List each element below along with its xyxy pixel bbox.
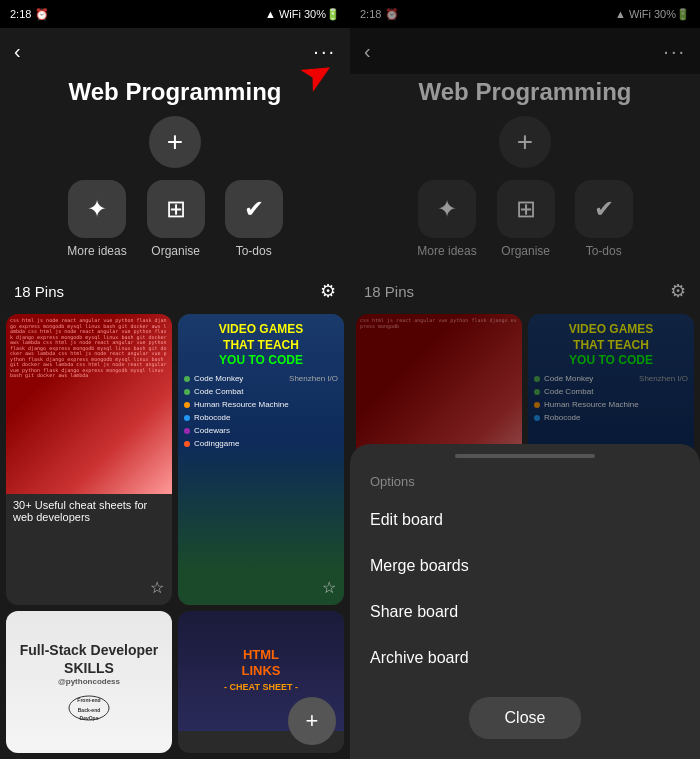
left-more-ideas-button[interactable]: ✦	[68, 180, 126, 238]
right-todos-button[interactable]: ✔	[575, 180, 633, 238]
right-organise-button[interactable]: ⊞	[497, 180, 555, 238]
left-vg-dot-1	[184, 389, 190, 395]
right-plus-button[interactable]: +	[499, 116, 551, 168]
right-vg-label-1: Code Combat	[544, 387, 593, 396]
right-more-ideas-item: ✦ More ideas	[417, 180, 476, 258]
left-vg-dot-5	[184, 441, 190, 447]
right-vg-item-0: Code Monkey Shenzhen I/O	[534, 374, 688, 383]
right-vg-label-3: Robocode	[544, 413, 580, 422]
right-more-ideas-icon: ✦	[437, 195, 457, 223]
svg-text:Front-end: Front-end	[77, 697, 100, 703]
sheet-archive-board[interactable]: Archive board	[350, 635, 700, 681]
right-phone-panel: 2:18 ⏰ ▲ WiFi 30%🔋 ‹ ··· Web Programming…	[350, 0, 700, 759]
right-vg-label-0: Code Monkey	[544, 374, 593, 383]
right-filter-icon[interactable]: ⚙	[670, 280, 686, 302]
right-vg-dot-3	[534, 415, 540, 421]
left-fullstack-diagram: Front-end Back-end DevOps	[64, 688, 114, 728]
right-status-right: ▲ WiFi 30%🔋	[615, 8, 690, 21]
left-vg-title3: YOU TO CODE	[178, 353, 344, 369]
left-back-button[interactable]: ‹	[14, 40, 21, 63]
left-todos-button[interactable]: ✔	[225, 180, 283, 238]
left-plus-icon: +	[167, 126, 183, 158]
left-vg-item-5: Codinggame	[184, 439, 338, 448]
left-pins-count: 18 Pins	[14, 283, 64, 300]
left-vg-label-5: Codinggame	[194, 439, 239, 448]
left-vg-label-1: Code Combat	[194, 387, 243, 396]
right-time: 2:18	[360, 8, 381, 20]
left-organise-button[interactable]: ⊞	[147, 180, 205, 238]
right-more-ideas-label: More ideas	[417, 244, 476, 258]
sheet-share-board[interactable]: Share board ➤	[350, 589, 700, 635]
left-pin-fullstack[interactable]: Full-Stack Developer SKILLS @pythoncodes…	[6, 611, 172, 753]
right-back-button[interactable]: ‹	[364, 40, 371, 63]
left-status-right: ▲ WiFi 30%🔋	[265, 8, 340, 21]
left-status-left: 2:18 ⏰	[10, 8, 49, 21]
left-cheatsheet-star[interactable]: ☆	[150, 578, 164, 597]
right-vg-title2: THAT TEACH	[528, 338, 694, 354]
left-battery-icon: 30%🔋	[304, 8, 340, 21]
left-cheatsheet-text: css html js node react angular vue pytho…	[6, 314, 172, 494]
sheet-options-label: Options	[350, 458, 700, 497]
left-vg-title2: THAT TEACH	[178, 338, 344, 354]
right-status-left: 2:18 ⏰	[360, 8, 399, 21]
left-phone-panel: 2:18 ⏰ ▲ WiFi 30%🔋 ‹ ··· ➤ Web Programmi…	[0, 0, 350, 759]
right-organise-icon: ⊞	[516, 195, 536, 223]
sheet-merge-boards[interactable]: Merge boards	[350, 543, 700, 589]
right-pins-count: 18 Pins	[364, 283, 414, 300]
right-plus-wrap: +	[350, 116, 700, 168]
left-fullstack-text: Full-Stack Developer SKILLS @pythoncodes…	[6, 635, 172, 737]
right-more-ideas-button[interactable]: ✦	[418, 180, 476, 238]
bottom-sheet: Options Edit board Merge boards Share bo…	[350, 444, 700, 759]
left-plus-wrap: +	[0, 116, 350, 168]
right-vg-label-2: Human Resource Machine	[544, 400, 639, 409]
left-html-sub: - CHEAT SHEET -	[224, 682, 298, 692]
right-organise-item: ⊞ Organise	[497, 180, 555, 258]
sheet-close-wrap: Close	[350, 681, 700, 739]
left-alarm-icon: ⏰	[35, 8, 49, 21]
left-cheatsheet-image: css html js node react angular vue pytho…	[6, 314, 172, 494]
left-vg-label-0: Code Monkey	[194, 374, 243, 383]
left-wifi-icon: WiFi	[279, 8, 301, 20]
right-board-title: Web Programming	[350, 74, 700, 116]
right-plus-icon: +	[517, 126, 533, 158]
left-vg-dot-0	[184, 376, 190, 382]
left-fullstack-image: Full-Stack Developer SKILLS @pythoncodes…	[6, 611, 172, 753]
left-pin-videogames[interactable]: VIDEO GAMES THAT TEACH YOU TO CODE Code …	[178, 314, 344, 605]
right-status-bar: 2:18 ⏰ ▲ WiFi 30%🔋	[350, 0, 700, 28]
right-vg-item-3: Robocode	[534, 413, 688, 422]
left-fab-button[interactable]: +	[288, 697, 336, 745]
sheet-share-board-label: Share board	[370, 603, 458, 620]
left-filter-icon[interactable]: ⚙	[320, 280, 336, 302]
right-battery-icon: 30%🔋	[654, 8, 690, 21]
right-vg-dot-0	[534, 376, 540, 382]
right-top-nav: ‹ ···	[350, 28, 700, 74]
left-html-text: HTMLLINKS - CHEAT SHEET -	[224, 647, 298, 694]
left-vg-item-1: Code Combat	[184, 387, 338, 396]
left-plus-button[interactable]: +	[149, 116, 201, 168]
left-time: 2:18	[10, 8, 31, 20]
right-alarm-icon: ⏰	[385, 8, 399, 21]
left-vg-header: VIDEO GAMES THAT TEACH YOU TO CODE	[178, 322, 344, 369]
left-todos-item: ✔ To-dos	[225, 180, 283, 258]
right-vg-title3: YOU TO CODE	[528, 353, 694, 369]
left-board-title: Web Programming	[0, 74, 350, 116]
right-todos-label: To-dos	[586, 244, 622, 258]
left-vg-sub-0: Shenzhen I/O	[289, 374, 338, 383]
sheet-close-button[interactable]: Close	[469, 697, 582, 739]
right-more-button[interactable]: ···	[663, 40, 686, 63]
right-organise-label: Organise	[501, 244, 550, 258]
left-videogames-star[interactable]: ☆	[322, 578, 336, 597]
right-action-row: ✦ More ideas ⊞ Organise ✔ To-dos	[350, 180, 700, 258]
right-vg-title1: VIDEO GAMES	[528, 322, 694, 338]
left-vg-item-0: Code Monkey Shenzhen I/O	[184, 374, 338, 383]
left-more-ideas-label: More ideas	[67, 244, 126, 258]
sheet-edit-board[interactable]: Edit board	[350, 497, 700, 543]
left-vg-dot-2	[184, 402, 190, 408]
left-pin-cheatsheet[interactable]: css html js node react angular vue pytho…	[6, 314, 172, 605]
left-vg-items: Code Monkey Shenzhen I/O Code Combat Hum…	[184, 374, 338, 452]
left-videogames-image: VIDEO GAMES THAT TEACH YOU TO CODE Code …	[178, 314, 344, 605]
right-vg-item-1: Code Combat	[534, 387, 688, 396]
right-vg-item-2: Human Resource Machine	[534, 400, 688, 409]
right-vg-dot-1	[534, 389, 540, 395]
left-vg-title1: VIDEO GAMES	[178, 322, 344, 338]
